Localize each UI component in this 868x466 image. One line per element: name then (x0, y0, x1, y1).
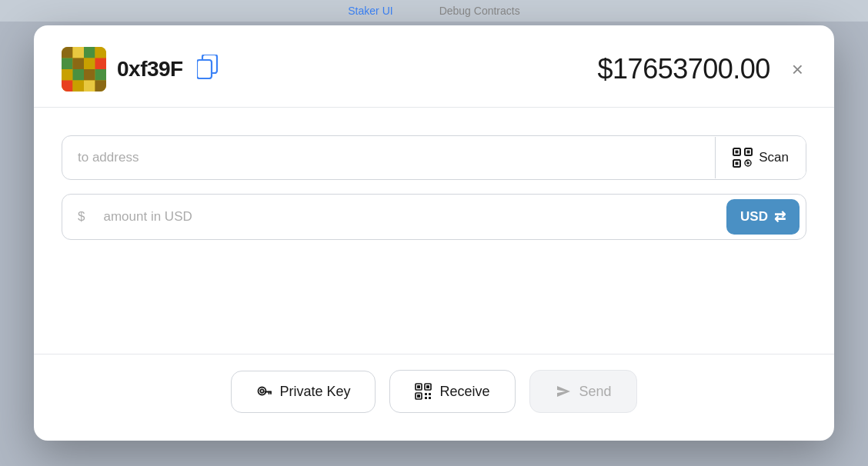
balance-display: $17653700.00 (598, 53, 770, 85)
private-key-label: Private Key (279, 384, 350, 400)
modal-body: Scan $ USD ⇄ (34, 108, 834, 354)
private-key-button[interactable]: Private Key (231, 371, 376, 413)
svg-rect-40 (429, 393, 431, 395)
header-left: 0xf39F (62, 47, 219, 92)
svg-rect-42 (429, 397, 431, 399)
receive-qr-icon (415, 383, 432, 400)
svg-rect-34 (417, 385, 420, 388)
svg-rect-14 (73, 81, 85, 92)
svg-rect-4 (95, 47, 107, 58)
svg-rect-8 (95, 58, 107, 70)
svg-rect-1 (62, 47, 73, 58)
svg-rect-2 (73, 47, 85, 58)
svg-rect-6 (73, 58, 85, 70)
svg-rect-10 (73, 69, 85, 81)
receive-label: Receive (439, 384, 489, 400)
close-button[interactable]: × (789, 56, 806, 82)
svg-rect-5 (62, 58, 73, 70)
modal-footer: Private Key Receive (34, 354, 834, 441)
svg-rect-7 (84, 58, 95, 70)
svg-rect-16 (95, 81, 107, 92)
svg-rect-22 (747, 151, 750, 154)
send-button[interactable]: Send (529, 370, 637, 413)
svg-rect-18 (197, 60, 212, 78)
svg-rect-39 (425, 393, 427, 395)
svg-rect-15 (84, 81, 95, 92)
qr-scan-icon (733, 148, 753, 168)
avatar (62, 47, 106, 92)
svg-rect-12 (95, 69, 107, 81)
svg-rect-9 (62, 69, 73, 81)
to-address-row: Scan (62, 135, 806, 180)
scan-label: Scan (759, 150, 789, 165)
to-address-input[interactable] (62, 136, 715, 179)
amount-row: $ USD ⇄ (62, 194, 806, 240)
svg-rect-27 (746, 161, 748, 162)
modal-overlay: 0xf39F $17653700.00 × (0, 0, 868, 466)
svg-rect-3 (84, 47, 95, 58)
send-label: Send (579, 384, 612, 400)
send-icon (555, 383, 572, 400)
svg-point-28 (259, 388, 266, 395)
scan-button[interactable]: Scan (715, 137, 806, 178)
wallet-modal: 0xf39F $17653700.00 × (34, 25, 834, 441)
svg-rect-13 (62, 81, 73, 92)
svg-point-26 (746, 161, 749, 165)
modal-header: 0xf39F $17653700.00 × (34, 25, 834, 108)
svg-rect-36 (426, 385, 429, 388)
header-right: $17653700.00 × (598, 53, 806, 85)
currency-toggle-button[interactable]: USD ⇄ (726, 199, 800, 235)
svg-marker-43 (557, 386, 570, 397)
swap-icon: ⇄ (774, 208, 786, 225)
svg-rect-11 (84, 69, 95, 81)
svg-rect-41 (425, 397, 427, 399)
svg-rect-20 (736, 151, 739, 154)
currency-label: USD (740, 209, 768, 225)
wallet-address: 0xf39F (117, 57, 183, 82)
svg-point-29 (261, 389, 264, 392)
dollar-prefix: $ (62, 195, 88, 238)
key-icon (256, 384, 272, 399)
copy-icon[interactable] (197, 55, 219, 84)
svg-rect-38 (417, 394, 420, 398)
receive-button[interactable]: Receive (389, 370, 515, 413)
amount-input[interactable] (88, 195, 720, 238)
svg-rect-24 (736, 162, 739, 165)
